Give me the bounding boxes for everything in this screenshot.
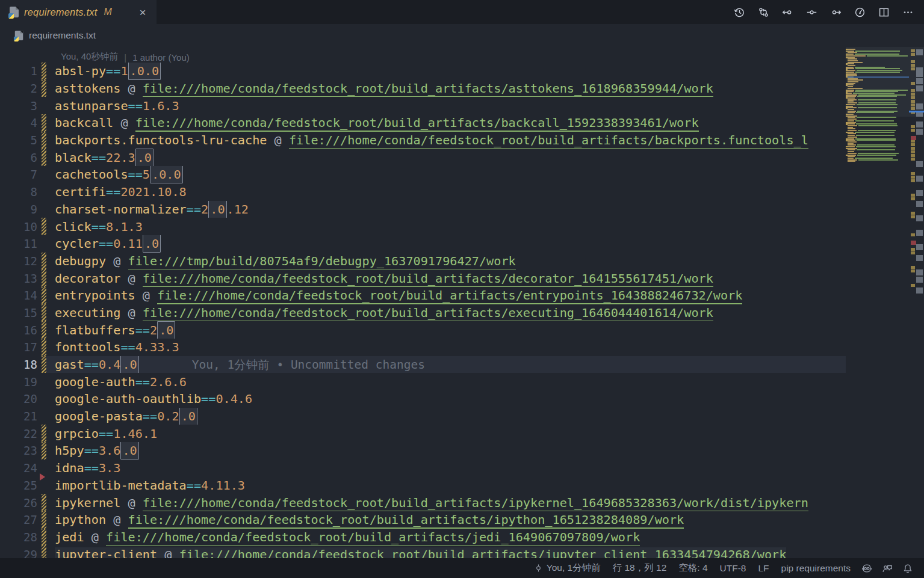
line-number[interactable]: 23 xyxy=(0,444,37,457)
code-line-17[interactable]: 17fonttools==4.33.3 xyxy=(0,339,846,356)
line-number[interactable]: 2 xyxy=(0,82,37,95)
statusbar-language-mode[interactable]: pip requirements xyxy=(775,558,857,578)
package-url-link[interactable]: file:///home/conda/feedstock_root/build_… xyxy=(128,512,684,528)
code-line-5[interactable]: 5backports.functools-lru-cache @ file://… xyxy=(0,132,846,149)
package-url-link[interactable]: file:///home/conda/feedstock_root/build_… xyxy=(143,81,713,97)
code-line-23[interactable]: 23h5py==3.6.0 xyxy=(0,442,846,460)
minimap-slider[interactable] xyxy=(846,47,924,117)
code-line-6[interactable]: 6black==22.3.0 xyxy=(0,149,846,166)
line-number[interactable]: 28 xyxy=(0,530,37,544)
package-url-link[interactable]: file:///home/conda/feedstock_root/build_… xyxy=(135,115,699,131)
code-line-19[interactable]: 19google-auth==2.6.6 xyxy=(0,373,846,390)
code-text: ipython @ file:///home/conda/feedstock_r… xyxy=(55,512,684,527)
code-line-12[interactable]: 12debugpy @ file:///tmp/build/80754af9/d… xyxy=(0,253,846,270)
line-number[interactable]: 21 xyxy=(0,410,37,423)
minimap[interactable] xyxy=(846,47,924,558)
code-line-27[interactable]: 27ipython @ file:///home/conda/feedstock… xyxy=(0,511,846,529)
code-line-1[interactable]: 1absl-py==1.0.0 xyxy=(0,63,846,80)
next-change-icon[interactable] xyxy=(825,3,846,21)
timeline-history-icon[interactable] xyxy=(729,3,749,21)
code-text: backcall @ file:///home/conda/feedstock_… xyxy=(55,115,699,130)
line-number[interactable]: 4 xyxy=(0,116,37,129)
code-line-10[interactable]: 10click==8.1.3 xyxy=(0,218,846,235)
code-line-14[interactable]: 14entrypoints @ file:///home/conda/feeds… xyxy=(0,287,846,304)
line-number[interactable]: 12 xyxy=(0,254,37,268)
code-line-28[interactable]: 28jedi @ file:///home/conda/feedstock_ro… xyxy=(0,529,846,546)
statusbar-eol[interactable]: LF xyxy=(752,558,775,578)
line-number[interactable]: 6 xyxy=(0,151,37,164)
line-number[interactable]: 9 xyxy=(0,203,37,216)
gutter-modified-indicator xyxy=(42,253,46,270)
more-actions-icon[interactable] xyxy=(898,3,918,21)
open-change-icon[interactable] xyxy=(801,3,822,21)
code-line-21[interactable]: 21google-pasta==0.2.0 xyxy=(0,408,846,425)
code-text: h5py==3.6.0 xyxy=(55,443,139,458)
code-line-18[interactable]: 18gast==0.4.0You, 1分钟前 • Uncommitted cha… xyxy=(0,356,846,374)
copilot-icon[interactable] xyxy=(857,558,877,578)
package-url-link[interactable]: file:///home/conda/feedstock_root/build_… xyxy=(106,530,640,546)
line-number[interactable]: 11 xyxy=(0,237,37,250)
code-line-22[interactable]: 22grpcio==1.46.1 xyxy=(0,425,846,442)
code-line-25[interactable]: 25importlib-metadata==4.11.3 xyxy=(0,477,846,494)
line-number[interactable]: 15 xyxy=(0,306,37,319)
line-number[interactable]: 7 xyxy=(0,168,37,181)
code-line-3[interactable]: 3astunparse==1.6.3 xyxy=(0,97,846,114)
line-number[interactable]: 17 xyxy=(0,340,37,354)
package-url-link[interactable]: file:///home/conda/feedstock_root/build_… xyxy=(157,288,742,304)
package-url-link[interactable]: file:///tmp/build/80754af9/debugpy_16370… xyxy=(128,254,516,269)
close-tab-icon[interactable]: × xyxy=(136,5,149,19)
line-number[interactable]: 16 xyxy=(0,324,37,337)
line-number[interactable]: 5 xyxy=(0,134,37,147)
line-number[interactable]: 14 xyxy=(0,289,37,302)
package-url-link[interactable]: file:///home/conda/feedstock_root/build_… xyxy=(179,547,787,558)
line-number[interactable]: 18 xyxy=(0,358,37,371)
statusbar-git-blame[interactable]: You, 1分钟前 xyxy=(528,558,607,578)
previous-change-icon[interactable] xyxy=(777,3,798,21)
statusbar-encoding[interactable]: UTF-8 xyxy=(714,558,752,578)
line-number[interactable]: 13 xyxy=(0,272,37,285)
line-number[interactable]: 22 xyxy=(0,427,37,440)
code-line-4[interactable]: 4backcall @ file:///home/conda/feedstock… xyxy=(0,114,846,132)
line-number[interactable]: 1 xyxy=(0,64,37,78)
code-line-24[interactable]: 24idna==3.3 xyxy=(0,460,846,477)
code-line-13[interactable]: 13decorator @ file:///home/conda/feedsto… xyxy=(0,269,846,287)
line-number[interactable]: 8 xyxy=(0,185,37,198)
line-number[interactable]: 19 xyxy=(0,375,37,389)
statusbar-indentation[interactable]: 空格: 4 xyxy=(672,558,713,578)
line-number[interactable]: 29 xyxy=(0,548,37,558)
line-number[interactable]: 24 xyxy=(0,461,37,475)
gitlens-icon[interactable] xyxy=(849,3,870,21)
codelens-authors[interactable]: 1 author (You) xyxy=(132,52,190,63)
code-line-29[interactable]: 29jupyter-client @ file:///home/conda/fe… xyxy=(0,546,846,558)
line-number[interactable]: 26 xyxy=(0,496,37,509)
split-editor-icon[interactable] xyxy=(873,3,894,21)
overview-ruler[interactable] xyxy=(909,47,924,558)
feedback-icon[interactable] xyxy=(877,558,898,578)
statusbar-cursor-position[interactable]: 行 18，列 12 xyxy=(607,558,673,578)
breadcrumb-item-file[interactable]: requirements.txt xyxy=(29,30,96,41)
package-url-link[interactable]: file:///home/conda/feedstock_root/build_… xyxy=(289,133,808,149)
line-number[interactable]: 20 xyxy=(0,392,37,405)
line-number[interactable]: 27 xyxy=(0,513,37,526)
line-number[interactable]: 25 xyxy=(0,479,37,492)
git-blame-codelens[interactable]: You, 40秒钟前 | 1 author (You) xyxy=(0,47,846,63)
tab-requirements-txt[interactable]: requirements.txt M × xyxy=(0,0,157,24)
package-url-link[interactable]: file:///home/conda/feedstock_root/build_… xyxy=(143,496,808,511)
bell-icon[interactable] xyxy=(898,558,918,578)
package-url-link[interactable]: file:///home/conda/feedstock_root/build_… xyxy=(143,306,713,321)
code-line-16[interactable]: 16flatbuffers==2.0 xyxy=(0,321,846,339)
codelens-recent-change[interactable]: You, 40秒钟前 xyxy=(61,51,118,63)
git-compare-icon[interactable] xyxy=(753,3,774,21)
package-url-link[interactable]: file:///home/conda/feedstock_root/build_… xyxy=(143,271,713,287)
code-line-2[interactable]: 2asttokens @ file:///home/conda/feedstoc… xyxy=(0,80,846,97)
line-number[interactable]: 10 xyxy=(0,220,37,233)
code-line-11[interactable]: 11cycler==0.11.0 xyxy=(0,235,846,253)
code-line-20[interactable]: 20google-auth-oauthlib==0.4.6 xyxy=(0,390,846,408)
gutter-modified-indicator xyxy=(42,494,46,511)
code-line-8[interactable]: 8certifi==2021.10.8 xyxy=(0,183,846,201)
code-line-9[interactable]: 9charset-normalizer==2.0.12 xyxy=(0,201,846,218)
code-line-7[interactable]: 7cachetools==5.0.0 xyxy=(0,166,846,183)
line-number[interactable]: 3 xyxy=(0,99,37,112)
code-line-26[interactable]: 26ipykernel @ file:///home/conda/feedsto… xyxy=(0,494,846,511)
code-line-15[interactable]: 15executing @ file:///home/conda/feedsto… xyxy=(0,304,846,322)
